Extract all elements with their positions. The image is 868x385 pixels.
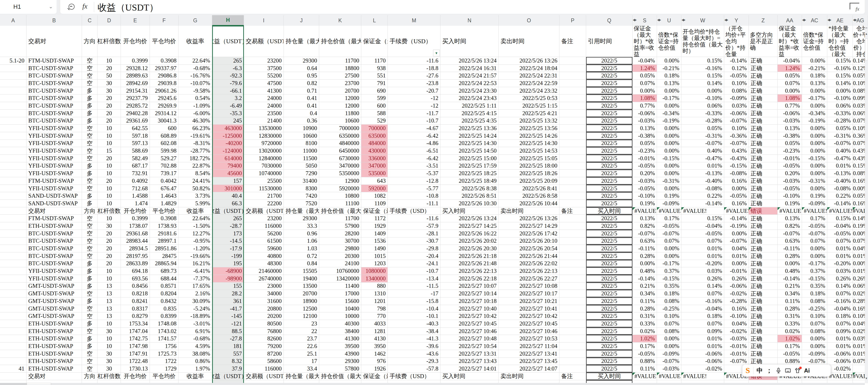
cell-E-r9[interactable]: 29361.69 bbox=[121, 117, 150, 125]
cell-U-h1[interactable]: 倍数*保证金=持仓价值 bbox=[657, 26, 681, 57]
cell-G-r34[interactable]: -18.89% bbox=[179, 312, 212, 320]
cell-G-r15[interactable]: 22.87% bbox=[179, 162, 212, 170]
cell-E-r18[interactable]: 712.68 bbox=[121, 185, 150, 193]
cell-AC-r35[interactable]: 0.07% bbox=[802, 320, 827, 327]
cell-Y-r31[interactable]: -0.02% bbox=[724, 290, 749, 298]
cell-M-bottom[interactable]: 手续费（USD） bbox=[388, 373, 440, 380]
cell-L-r20[interactable]: 1109 bbox=[361, 200, 388, 207]
cell-W-r28[interactable]: 0.03% bbox=[681, 267, 724, 275]
cell-I-r2[interactable]: 37500 bbox=[244, 65, 284, 72]
cell-Z-r12[interactable]: 正确 bbox=[749, 140, 778, 147]
cell-K-r25[interactable]: 29800 bbox=[319, 245, 361, 252]
cell-A-partial[interactable] bbox=[0, 380, 27, 383]
cell-F-r20[interactable]: 1.4829 bbox=[150, 200, 179, 207]
cell-F-r38[interactable]: 1756 bbox=[150, 343, 179, 350]
cell-H-r2[interactable]: -6.3 bbox=[212, 65, 244, 72]
cell-F-h1[interactable]: 平仓均价 bbox=[150, 26, 179, 57]
cell-J-bottom[interactable]: 持仓量（最大时） bbox=[284, 373, 319, 380]
cell-A-r21[interactable] bbox=[0, 215, 27, 222]
cell-W-r41[interactable]: -0.02% bbox=[681, 365, 724, 373]
cell-AA-r11[interactable]: -0.38% bbox=[778, 132, 802, 140]
cell-K-r38[interactable]: 39500 bbox=[319, 343, 361, 350]
cell-O-r27[interactable]: 2022/5/26 22:02 bbox=[499, 260, 559, 268]
cell-E-r30[interactable]: 0.8456 bbox=[121, 282, 150, 290]
cell-N-bottom[interactable]: 买入时间 bbox=[440, 373, 499, 380]
cell-D-r35[interactable]: 10 bbox=[98, 320, 121, 327]
cell-I-r18[interactable]: 11530000 bbox=[244, 185, 284, 193]
cell-F-r8[interactable]: 29314.12 bbox=[150, 110, 179, 117]
cell-Q-bottom[interactable]: 买入时间 bbox=[586, 373, 632, 380]
cell-N-r29[interactable]: 2022/5/26 22:18 bbox=[440, 275, 499, 282]
cell-L-r5[interactable]: 690 bbox=[361, 87, 388, 95]
cell-U-r28[interactable]: 0.37% bbox=[657, 267, 681, 275]
cell-D-r37[interactable]: 10 bbox=[98, 335, 121, 343]
cell-AC-r17[interactable]: -0.31% bbox=[802, 177, 827, 185]
cell-S-r23[interactable]: -0.07% bbox=[632, 230, 657, 238]
cell-K-bottom[interactable]: 持仓价值（最大时） bbox=[319, 373, 361, 380]
cell-K-r41[interactable]: 57800 bbox=[319, 365, 361, 373]
cell-N-r7[interactable]: 2022/5/25 1:11 bbox=[440, 102, 499, 110]
cell-I-r34[interactable]: 20200 bbox=[244, 312, 284, 320]
cell-B-r25[interactable]: BTC-USDT-SWAP bbox=[27, 245, 82, 252]
cell-M-r5[interactable]: -20.7 bbox=[388, 87, 440, 95]
cell-C-r2[interactable]: 空 bbox=[82, 65, 98, 72]
cell-C-r16[interactable]: 多 bbox=[82, 170, 98, 177]
cell-Q-r4[interactable]: 2022/5 bbox=[586, 79, 632, 87]
cell-Y-r12[interactable]: -0.07% bbox=[724, 140, 749, 147]
cell-O-r37[interactable]: 2022/5/27 10:53 bbox=[499, 335, 559, 343]
cell-M-r10[interactable]: -4.67 bbox=[388, 125, 440, 132]
cell-Z-r27[interactable]: 正确 bbox=[749, 260, 778, 268]
cell-Z-r30[interactable]: 正确 bbox=[749, 282, 778, 290]
cell-J-r11[interactable]: 10600 bbox=[284, 132, 319, 140]
cell-L-r7[interactable]: 600 bbox=[361, 102, 388, 110]
cell-F-r2[interactable]: 29337.97 bbox=[150, 65, 179, 72]
cell-N-r13[interactable]: 2022/5/25 14:50 bbox=[440, 147, 499, 155]
cell-H-r41[interactable]: 37.9 bbox=[212, 365, 244, 373]
cell-G-r16[interactable]: 8.54% bbox=[179, 170, 212, 177]
cell-K-r7[interactable]: 12000 bbox=[319, 102, 361, 110]
hidden-columns-icon[interactable]: ◀▶ bbox=[681, 18, 685, 22]
cell-C-r39[interactable]: 空 bbox=[82, 350, 98, 358]
cell-J-r5[interactable]: 0.71 bbox=[284, 87, 319, 95]
cell-K-r1[interactable]: 11700 bbox=[319, 57, 361, 65]
cell-Z-r1[interactable]: 正确 bbox=[749, 57, 778, 65]
cell-H-r21[interactable]: 265 bbox=[212, 215, 244, 222]
cell-O-r2[interactable]: 2022/5/24 18:04 bbox=[499, 65, 559, 72]
cell-C-r32[interactable]: 多 bbox=[82, 298, 98, 305]
cell-M-r21[interactable]: -11.6 bbox=[388, 215, 440, 222]
cell-P-r23[interactable] bbox=[559, 230, 586, 238]
cell-AA-r10[interactable]: 0.13% bbox=[778, 125, 802, 132]
cell-S-r6[interactable]: 1.08% bbox=[632, 95, 657, 102]
cell-M-r24[interactable]: -30.7 bbox=[388, 238, 440, 245]
cell-Y-mid[interactable]: #VALUE! bbox=[724, 207, 749, 215]
cell-Q-r38[interactable]: 2022/5 bbox=[586, 343, 632, 350]
cell-E-r4[interactable]: 28942.69 bbox=[121, 79, 150, 87]
cell-AC-partial[interactable] bbox=[802, 380, 827, 383]
cell-P-r19[interactable] bbox=[559, 192, 586, 200]
cell-G-r10[interactable]: 66.23% bbox=[179, 125, 212, 132]
cell-S-r38[interactable]: 0.17% bbox=[632, 343, 657, 350]
cell-I-r8[interactable]: 23500 bbox=[244, 110, 284, 117]
cell-AC-mid[interactable]: #VALUE! bbox=[802, 207, 827, 215]
cell-W-r36[interactable]: 0.09% bbox=[681, 327, 724, 335]
cell-G-r25[interactable]: -1.20% bbox=[179, 245, 212, 252]
cell-Q-partial[interactable] bbox=[586, 380, 632, 383]
cell-L-r37[interactable]: 4130 bbox=[361, 335, 388, 343]
cell-O-r28[interactable]: 2022/5/26 22:13 bbox=[499, 267, 559, 275]
cell-Z-r6[interactable]: 正确 bbox=[749, 95, 778, 102]
cell-C-r29[interactable]: 多 bbox=[82, 275, 98, 282]
cell-D-r32[interactable]: 13 bbox=[98, 298, 121, 305]
cell-AE-r13[interactable]: 0.40% bbox=[827, 147, 853, 155]
cell-N-r34[interactable]: 2022/5/27 10:42 bbox=[440, 312, 499, 320]
cell-B-r16[interactable]: YFII-USDT-SWAP bbox=[27, 170, 82, 177]
hidden-columns-icon[interactable]: ◀▶ bbox=[724, 18, 727, 22]
cell-O-r8[interactable]: 2022/5/25 4:21 bbox=[499, 110, 559, 117]
cell-J-r12[interactable]: 8100 bbox=[284, 140, 319, 147]
cell-AE-r7[interactable]: 0.06% bbox=[827, 102, 853, 110]
cell-N-r8[interactable]: 2022/5/25 4:15 bbox=[440, 110, 499, 117]
cell-Z-r8[interactable]: 正确 bbox=[749, 110, 778, 117]
cell-N-r9[interactable]: 2022/5/25 4:35 bbox=[440, 117, 499, 125]
cell-Z-r39[interactable]: 正确 bbox=[749, 350, 778, 358]
cell-U-r1[interactable]: 0.00% bbox=[657, 57, 681, 65]
cell-Q-r19[interactable]: 2022/5 bbox=[586, 192, 632, 200]
